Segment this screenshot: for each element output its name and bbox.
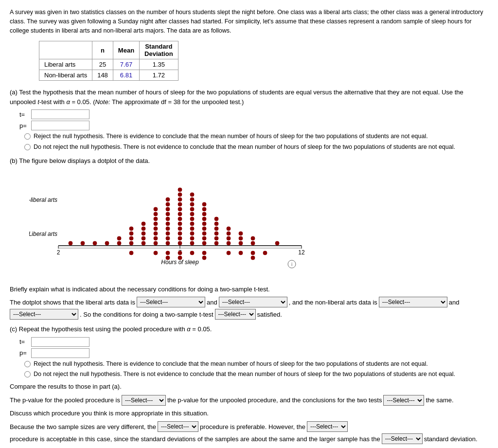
- explain-l2-satisfied: satisfied.: [257, 311, 282, 318]
- svg-point-35: [166, 241, 170, 245]
- table-row-liberal: Liberal arts 25 7.67 1.35: [39, 59, 178, 70]
- radio-row-c1: Reject the null hypothesis. There is evi…: [24, 360, 488, 369]
- svg-point-100: [190, 251, 194, 255]
- row-label-nonliberal: Non-liberal arts: [39, 70, 92, 81]
- select-same[interactable]: ---Select--- are are not: [383, 395, 424, 406]
- svg-point-70: [202, 232, 206, 235]
- pvalue-start: The p-value for the pooled procedure is: [10, 396, 120, 404]
- dotplot-container: 2 7 12 Hours of sleep i Non-liberal arts…: [29, 173, 469, 280]
- explain-l1-and1: and: [207, 299, 217, 306]
- radio-c1[interactable]: [24, 361, 31, 367]
- svg-point-81: [214, 222, 218, 226]
- svg-point-37: [166, 232, 170, 235]
- radio-a2[interactable]: [24, 144, 31, 150]
- svg-point-79: [214, 232, 218, 235]
- svg-text:Liberal arts: Liberal arts: [29, 231, 57, 237]
- svg-point-96: [166, 251, 170, 255]
- explain-label: Briefly explain what is indicated about …: [10, 285, 488, 294]
- p-input-a[interactable]: [31, 121, 89, 130]
- explain-line1: The dotplot shows that the liberal arts …: [10, 297, 488, 307]
- col-header-mean: Mean: [113, 41, 139, 59]
- discuss-end: standard deviation.: [424, 435, 478, 443]
- select-proc2[interactable]: ---Select--- pooled unpooled: [307, 421, 348, 432]
- svg-point-87: [239, 241, 243, 245]
- pvalue-mid: the p-value for the unpooled procedure, …: [167, 396, 382, 404]
- svg-point-86: [227, 227, 231, 231]
- t-input-c[interactable]: [31, 337, 89, 347]
- svg-point-54: [178, 197, 182, 201]
- discuss-line: Because the two sample sizes are very di…: [10, 421, 488, 444]
- svg-point-44: [166, 197, 170, 201]
- select-stdev[interactable]: ---Select--- larger smaller: [382, 433, 423, 444]
- svg-point-98: [178, 251, 182, 255]
- part-a-block: (a) Test the hypothesis that the mean nu…: [10, 88, 488, 151]
- row-sd-nonliberal: 1.72: [140, 70, 178, 81]
- svg-point-102: [202, 256, 206, 260]
- svg-point-90: [251, 241, 255, 245]
- svg-point-65: [190, 202, 194, 206]
- svg-point-72: [202, 222, 206, 226]
- svg-point-36: [166, 236, 170, 240]
- svg-point-12: [69, 241, 72, 245]
- t-input-row-a: t=: [19, 109, 488, 119]
- svg-point-38: [166, 227, 170, 231]
- svg-point-62: [190, 217, 194, 221]
- dotplot-svg: 2 7 12 Hours of sleep i Non-liberal arts…: [29, 173, 321, 280]
- data-table: n Mean StandardDeviation Liberal arts 25…: [39, 41, 178, 81]
- svg-text:12: 12: [298, 249, 305, 256]
- svg-point-23: [142, 236, 145, 240]
- t-label-a: t=: [19, 111, 29, 118]
- radio-row-a2: Do not reject the null hypothesis. There…: [24, 143, 488, 152]
- svg-point-61: [190, 222, 194, 226]
- radio-c2[interactable]: [24, 371, 31, 377]
- svg-text:2: 2: [57, 249, 60, 256]
- select-pvalue-compare[interactable]: ---Select--- less than greater than equa…: [122, 395, 166, 406]
- select-proc1[interactable]: ---Select--- pooled unpooled: [158, 421, 198, 432]
- select-liberal-2[interactable]: ---Select--- approximately normal skewed…: [219, 297, 287, 307]
- svg-point-28: [154, 236, 158, 240]
- svg-point-97: [166, 256, 170, 260]
- col-header-sd: StandardDeviation: [140, 41, 178, 59]
- part-c-header: (c) Repeat the hypothesis test using the…: [10, 324, 488, 334]
- select-nonliberal-2[interactable]: ---Select--- approximately normal skewed…: [10, 309, 78, 320]
- svg-point-106: [251, 256, 255, 260]
- p-label-a: p=: [19, 122, 29, 129]
- svg-point-51: [178, 212, 182, 216]
- col-header-n: n: [92, 41, 113, 59]
- svg-point-13: [81, 241, 85, 245]
- row-sd-liberal: 1.35: [140, 59, 178, 70]
- select-liberal-1[interactable]: ---Select--- approximately normal skewed…: [137, 297, 205, 307]
- svg-point-58: [190, 236, 194, 240]
- svg-point-64: [190, 207, 194, 211]
- svg-point-103: [227, 251, 231, 255]
- svg-point-95: [154, 251, 158, 255]
- svg-point-39: [166, 222, 170, 226]
- col-header-0: [39, 41, 92, 59]
- svg-point-94: [129, 251, 133, 255]
- svg-text:Non-liberal arts: Non-liberal arts: [29, 197, 57, 203]
- part-b-header: (b) The figure below displays a dotplot …: [10, 156, 488, 166]
- svg-point-21: [129, 227, 133, 231]
- row-mean-nonliberal: 6.81: [113, 70, 139, 81]
- svg-point-76: [202, 202, 206, 206]
- select-nonliberal-1[interactable]: ---Select--- approximately normal skewed…: [379, 297, 447, 307]
- svg-point-107: [263, 251, 267, 255]
- svg-point-14: [93, 241, 97, 245]
- svg-point-101: [202, 251, 206, 255]
- svg-point-49: [178, 222, 182, 226]
- svg-point-80: [214, 227, 218, 231]
- radio-a1[interactable]: [24, 133, 31, 140]
- t-input-a[interactable]: [31, 109, 89, 119]
- discuss-mid2: procedure is acceptable in this case, si…: [10, 435, 380, 443]
- svg-point-40: [166, 217, 170, 221]
- select-conditions[interactable]: ---Select--- are are not: [215, 309, 256, 320]
- svg-point-85: [227, 232, 231, 235]
- p-input-c[interactable]: [31, 348, 89, 358]
- svg-point-105: [251, 251, 255, 255]
- part-c-block: (c) Repeat the hypothesis test using the…: [10, 324, 488, 444]
- t-label-c: t=: [19, 338, 29, 345]
- svg-point-32: [154, 217, 158, 221]
- part-b-block: (b) The figure below displays a dotplot …: [10, 156, 488, 320]
- svg-point-26: [142, 222, 145, 226]
- t-input-row-c: t=: [19, 337, 488, 347]
